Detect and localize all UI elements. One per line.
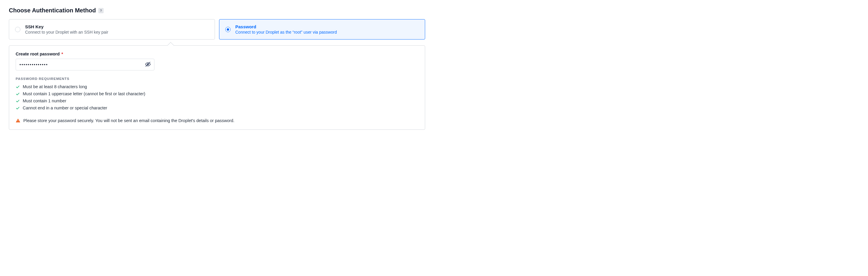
auth-option-ssh-key[interactable]: SSH Key Connect to your Droplet with an … xyxy=(9,19,215,39)
auth-option-title: SSH Key xyxy=(25,24,209,29)
password-requirements-list: Must be at least 8 characters long Must … xyxy=(16,83,418,112)
check-icon xyxy=(16,106,20,110)
auth-method-options: SSH Key Connect to your Droplet with an … xyxy=(9,19,425,39)
auth-option-title: Password xyxy=(235,24,420,29)
password-warning: Please store your password securely. You… xyxy=(16,118,418,123)
check-icon xyxy=(16,92,20,96)
check-icon xyxy=(16,85,20,89)
auth-option-desc: Connect to your Droplet as the “root” us… xyxy=(235,30,420,34)
toggle-password-visibility-button[interactable] xyxy=(143,60,153,69)
password-label-text: Create root password xyxy=(16,51,60,56)
help-icon[interactable]: ? xyxy=(98,8,104,13)
auth-option-desc: Connect to your Droplet with an SSH key … xyxy=(25,30,209,34)
password-field-label: Create root password * xyxy=(16,51,418,56)
password-requirement-text: Must contain 1 uppercase letter (cannot … xyxy=(23,91,145,98)
password-requirement: Must be at least 8 characters long xyxy=(16,83,418,91)
password-requirement: Must contain 1 uppercase letter (cannot … xyxy=(16,91,418,98)
password-panel: Create root password * PASSWORD REQUIREM… xyxy=(9,45,425,130)
password-requirement-text: Must be at least 8 characters long xyxy=(23,83,87,91)
radio-icon xyxy=(225,27,230,32)
password-requirements-heading: PASSWORD REQUIREMENTS xyxy=(16,77,418,80)
warning-icon xyxy=(16,118,20,123)
password-input-row xyxy=(16,59,154,70)
radio-icon xyxy=(15,27,20,32)
root-password-input[interactable] xyxy=(16,59,154,70)
section-title: Choose Authentication Method xyxy=(9,7,96,14)
password-requirement: Cannot end in a number or special charac… xyxy=(16,105,418,112)
password-panel-wrap: Create root password * PASSWORD REQUIREM… xyxy=(9,45,425,130)
check-icon xyxy=(16,99,20,103)
auth-option-password[interactable]: Password Connect to your Droplet as the … xyxy=(219,19,425,39)
required-marker: * xyxy=(61,51,63,56)
password-requirement-text: Cannot end in a number or special charac… xyxy=(23,105,107,112)
password-warning-text: Please store your password securely. You… xyxy=(23,118,235,123)
section-header: Choose Authentication Method ? xyxy=(9,7,425,14)
password-requirement-text: Must contain 1 number xyxy=(23,98,66,105)
password-requirement: Must contain 1 number xyxy=(16,98,418,105)
eye-off-icon xyxy=(145,61,151,68)
